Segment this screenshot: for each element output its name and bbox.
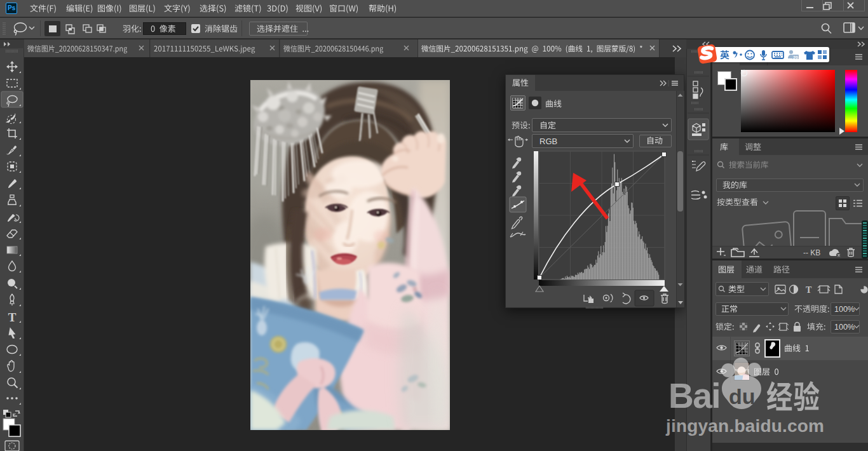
svg-text:T: T bbox=[8, 311, 17, 324]
svg-text:du: du bbox=[729, 384, 756, 408]
svg-text:T: T bbox=[806, 285, 812, 295]
svg-text:Bai: Bai bbox=[668, 376, 720, 415]
svg-text:20: 20 bbox=[793, 55, 798, 60]
svg-text:jingyan.baidu.com: jingyan.baidu.com bbox=[665, 416, 824, 436]
